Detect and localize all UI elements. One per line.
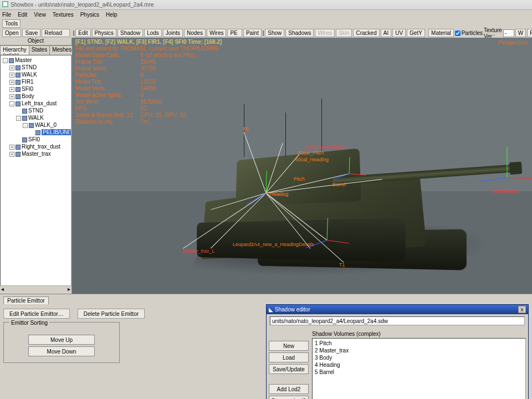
tree-node[interactable]: +Right_trax_dust bbox=[1, 143, 71, 150]
bone-label-trax: Master_trax_L bbox=[183, 248, 215, 254]
save-update-button[interactable]: Save/Update bbox=[269, 364, 309, 374]
new-button[interactable]: New bbox=[269, 341, 309, 351]
load-button[interactable]: Load bbox=[269, 352, 309, 362]
materialsim-button[interactable]: Material Sim bbox=[428, 29, 454, 37]
physics-button[interactable]: Physics bbox=[92, 29, 116, 37]
emitter-sorting-group: Emittor Sorting Move Up Move Down bbox=[3, 322, 120, 363]
uv-button[interactable]: UV bbox=[392, 29, 406, 37]
show-button[interactable]: Show bbox=[265, 29, 284, 37]
shadow-volumes-list[interactable]: 1 Pitch2 Master_trax3 Body4 Heading5 Bar… bbox=[312, 338, 526, 399]
ai-button[interactable]: AI bbox=[381, 29, 391, 37]
sidebar-scroll-footer[interactable]: ◂▸ bbox=[0, 286, 71, 294]
w-button[interactable]: W bbox=[515, 29, 526, 37]
bone-label-heading: Heading bbox=[270, 191, 289, 197]
particles-checkbox[interactable]: Particles bbox=[455, 30, 483, 36]
bone-label-cal-muzzle: 50cal_Muzzleflash bbox=[305, 144, 346, 150]
remove-lod2-button[interactable]: Remove Lod2 bbox=[269, 396, 309, 399]
tree-node[interactable]: -WALK_0 bbox=[1, 121, 71, 129]
tab-hierarchy[interactable]: Hierarchy (rclick) bbox=[0, 45, 29, 55]
menubar: File Edit View Textures Physics Help bbox=[0, 10, 532, 19]
perspective-label: Perspective bbox=[499, 39, 528, 45]
bone-label-cal-pitch: 50cal_Pitch bbox=[298, 150, 324, 156]
tree-node[interactable]: -Master bbox=[1, 57, 71, 64]
save-button[interactable]: Save bbox=[22, 29, 40, 37]
tank-model: T0 T1 Heading Pitch Barrel Muzzleflash 5… bbox=[100, 82, 510, 282]
main-toolbar: Open Save Reload Textures | Edit Physics… bbox=[0, 28, 532, 38]
texture-ver-field[interactable]: - bbox=[503, 29, 514, 37]
menu-textures[interactable]: Textures bbox=[53, 12, 74, 18]
sidebar-tabs: Hierarchy (rclick) States Meshes bbox=[0, 45, 71, 55]
list-item[interactable]: 3 Body bbox=[315, 354, 523, 361]
viewport-3d[interactable]: [F1] STND, [F2] WALK, [F3] FIR1, [F4] SF… bbox=[72, 38, 532, 294]
tab-states[interactable]: States bbox=[29, 45, 50, 55]
joints-button[interactable]: Joints bbox=[163, 29, 183, 37]
axis-gizmo-pitch bbox=[349, 173, 350, 174]
axis-gizmo-heading bbox=[266, 193, 267, 193]
delete-emitter-button[interactable]: Delete Particle Emittor bbox=[78, 309, 145, 319]
app-icon bbox=[2, 1, 8, 8]
tree-node[interactable]: STND bbox=[1, 107, 71, 114]
menu-file[interactable]: File bbox=[2, 12, 11, 18]
window-titlebar: Showbox - units\nato\nato_leopard2_a4\Le… bbox=[0, 0, 532, 10]
paint-button[interactable]: Paint bbox=[243, 29, 262, 37]
tree-node[interactable]: +SFI0 bbox=[1, 85, 71, 93]
shadow-volumes-label: Shadow Volumes (complex) bbox=[312, 331, 526, 337]
add-lod2-button[interactable]: Add Lod2 bbox=[269, 384, 309, 394]
hierarchy-tree[interactable]: -Master+STND+WALK+FIR1+SFI0+Body-Left_tr… bbox=[0, 55, 71, 286]
tree-node[interactable]: -WALK bbox=[1, 114, 71, 121]
sidebar-header: Object bbox=[0, 38, 71, 45]
bone-label-muzzleflash: Muzzleflash bbox=[492, 188, 519, 194]
tree-node[interactable]: +Body bbox=[1, 93, 71, 100]
dialog-titlebar[interactable]: ◣ Shadow editor X bbox=[267, 305, 528, 314]
list-item[interactable]: 1 Pitch bbox=[315, 340, 523, 347]
tree-node[interactable]: -Left_trax_dust bbox=[1, 100, 71, 107]
tree-node[interactable]: SFI0 bbox=[1, 136, 71, 143]
axis-gizmo-base bbox=[327, 240, 328, 241]
shadow-path-input[interactable] bbox=[270, 316, 525, 325]
ps-button[interactable]: PS1.1 bbox=[527, 29, 532, 37]
open-button[interactable]: Open bbox=[2, 29, 21, 37]
edit-button[interactable]: Edit bbox=[75, 29, 90, 37]
menu-physics[interactable]: Physics bbox=[80, 12, 99, 18]
move-up-button[interactable]: Move Up bbox=[28, 335, 95, 345]
move-down-button[interactable]: Move Down bbox=[28, 346, 95, 356]
particle-tab[interactable]: Particle Emittor bbox=[3, 296, 49, 304]
skin-button[interactable]: Skin bbox=[336, 29, 352, 37]
object-sidebar: Object Hierarchy (rclick) States Meshes … bbox=[0, 38, 72, 294]
bone-label-t1: T1 bbox=[339, 262, 345, 268]
window-title: Showbox - units\nato\nato_leopard2_a4\Le… bbox=[11, 2, 154, 8]
edit-emitter-button[interactable]: Edit Particle Emittor… bbox=[3, 309, 70, 319]
bone-label-barrel: Barrel bbox=[332, 182, 346, 187]
bone-label-details: Leopard2A4_new_a_HeadingDetails bbox=[233, 242, 314, 247]
tree-node[interactable]: +STND bbox=[1, 64, 71, 71]
nodes-button[interactable]: Nodes bbox=[184, 29, 206, 37]
tree-node[interactable]: +Master_trax bbox=[1, 150, 71, 157]
cracked-button[interactable]: Cracked bbox=[353, 29, 379, 37]
shadows-button[interactable]: Shadows bbox=[285, 29, 314, 37]
wires-button[interactable]: Wires bbox=[207, 29, 227, 37]
list-item[interactable]: 4 Heading bbox=[315, 361, 523, 369]
reload-textures-button[interactable]: Reload Textures bbox=[42, 29, 69, 37]
svg-rect-1 bbox=[3, 2, 7, 6]
tree-node[interactable]: PELIB/UNIT_TRACK_N_ bbox=[1, 129, 71, 136]
menu-edit[interactable]: Edit bbox=[18, 12, 27, 18]
menu-help[interactable]: Help bbox=[106, 12, 117, 18]
tab-meshes[interactable]: Meshes bbox=[49, 45, 74, 55]
list-item[interactable]: 5 Barrel bbox=[315, 369, 523, 376]
wires2-button[interactable]: Wires bbox=[315, 29, 335, 37]
bone-label-pitch: Pitch bbox=[294, 176, 305, 182]
tree-node[interactable]: +WALK bbox=[1, 71, 71, 78]
axis-gizmo-muzzle bbox=[507, 177, 508, 178]
shadow-editor-dialog: ◣ Shadow editor X New Load Save/Update A… bbox=[266, 304, 529, 399]
particle-panel: Particle Emittor Edit Particle Emittor… … bbox=[0, 294, 266, 399]
tree-node[interactable]: +FIR1 bbox=[1, 78, 71, 85]
bone-label-cal-heading: 50cal_Heading bbox=[295, 157, 329, 162]
list-item[interactable]: 2 Master_trax bbox=[315, 347, 523, 354]
bone-label-t0: T0 bbox=[243, 126, 249, 132]
shadow-button[interactable]: Shadow bbox=[117, 29, 143, 37]
close-button[interactable]: X bbox=[518, 306, 526, 313]
lods-button[interactable]: Lods bbox=[144, 29, 162, 37]
gety-button[interactable]: GetY bbox=[407, 29, 425, 37]
menu-view[interactable]: View bbox=[34, 12, 46, 18]
pelib-button[interactable]: PE Lib bbox=[227, 29, 242, 37]
